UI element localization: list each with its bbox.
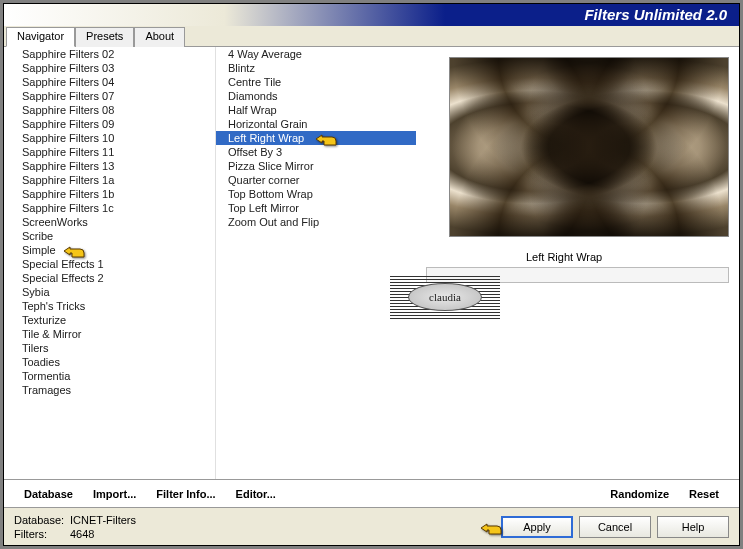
filter-name-label: Left Right Wrap	[526, 251, 729, 263]
category-item[interactable]: Sapphire Filters 02	[4, 47, 215, 61]
footer-buttons: Apply Cancel Help	[501, 516, 729, 538]
category-item[interactable]: Sapphire Filters 10	[4, 131, 215, 145]
category-item[interactable]: Sapphire Filters 13	[4, 159, 215, 173]
preview-image	[449, 57, 729, 237]
tab-strip: Navigator Presets About	[4, 26, 739, 46]
filter-item[interactable]: Offset By 3	[216, 145, 416, 159]
toolbar: Database Import... Filter Info... Editor…	[4, 479, 739, 507]
filter-item[interactable]: Centre Tile	[216, 75, 416, 89]
db-label: Database:	[14, 513, 70, 527]
category-item[interactable]: Sapphire Filters 07	[4, 89, 215, 103]
filter-info-button[interactable]: Filter Info...	[146, 488, 225, 500]
category-item[interactable]: Tormentia	[4, 369, 215, 383]
category-item[interactable]: Tile & Mirror	[4, 327, 215, 341]
editor-button[interactable]: Editor...	[226, 488, 286, 500]
import-button[interactable]: Import...	[83, 488, 146, 500]
category-item[interactable]: Sapphire Filters 1b	[4, 187, 215, 201]
category-item[interactable]: Teph's Tricks	[4, 299, 215, 313]
reset-button[interactable]: Reset	[679, 488, 729, 500]
category-item[interactable]: Sybia	[4, 285, 215, 299]
app-window: Filters Unlimited 2.0 Navigator Presets …	[3, 3, 740, 546]
category-item[interactable]: Sapphire Filters 1c	[4, 201, 215, 215]
footer: Database:ICNET-Filters Filters:4648 Appl…	[4, 507, 739, 545]
tab-navigator[interactable]: Navigator	[6, 27, 75, 47]
category-item[interactable]: Tramages	[4, 383, 215, 397]
category-item[interactable]: Sapphire Filters 04	[4, 75, 215, 89]
tab-presets[interactable]: Presets	[75, 27, 134, 47]
category-list[interactable]: Sapphire Filters 02Sapphire Filters 03Sa…	[4, 47, 216, 479]
category-item[interactable]: Simple	[4, 243, 215, 257]
apply-button[interactable]: Apply	[501, 516, 573, 538]
preview-area: Left Right Wrap	[416, 47, 739, 479]
category-item[interactable]: Sapphire Filters 1a	[4, 173, 215, 187]
category-item[interactable]: Sapphire Filters 11	[4, 145, 215, 159]
titlebar: Filters Unlimited 2.0	[4, 4, 739, 26]
filter-item[interactable]: Horizontal Grain	[216, 117, 416, 131]
database-button[interactable]: Database	[14, 488, 83, 500]
footer-info: Database:ICNET-Filters Filters:4648	[14, 513, 136, 541]
filter-item[interactable]: Quarter corner	[216, 173, 416, 187]
category-item[interactable]: Scribe	[4, 229, 215, 243]
db-value: ICNET-Filters	[70, 513, 136, 527]
help-button[interactable]: Help	[657, 516, 729, 538]
filter-item[interactable]: Top Bottom Wrap	[216, 187, 416, 201]
category-item[interactable]: Sapphire Filters 08	[4, 103, 215, 117]
filter-item[interactable]: Left Right Wrap	[216, 131, 416, 145]
progress-bar	[426, 267, 729, 283]
pointer-icon	[479, 518, 503, 538]
filter-item[interactable]: Half Wrap	[216, 103, 416, 117]
filter-item[interactable]: Zoom Out and Flip	[216, 215, 416, 229]
category-item[interactable]: Texturize	[4, 313, 215, 327]
category-item[interactable]: Tilers	[4, 341, 215, 355]
filter-list[interactable]: 4 Way AverageBlintzCentre TileDiamondsHa…	[216, 47, 416, 479]
cancel-button[interactable]: Cancel	[579, 516, 651, 538]
randomize-button[interactable]: Randomize	[600, 488, 679, 500]
category-item[interactable]: Special Effects 1	[4, 257, 215, 271]
category-item[interactable]: Sapphire Filters 03	[4, 61, 215, 75]
app-title: Filters Unlimited 2.0	[584, 6, 727, 23]
category-item[interactable]: Toadies	[4, 355, 215, 369]
filter-item[interactable]: Top Left Mirror	[216, 201, 416, 215]
filter-item[interactable]: Pizza Slice Mirror	[216, 159, 416, 173]
filters-count-value: 4648	[70, 527, 94, 541]
filters-count-label: Filters:	[14, 527, 70, 541]
category-item[interactable]: ScreenWorks	[4, 215, 215, 229]
filter-item[interactable]: Blintz	[216, 61, 416, 75]
filter-item[interactable]: Diamonds	[216, 89, 416, 103]
filter-item[interactable]: 4 Way Average	[216, 47, 416, 61]
main-panel: Sapphire Filters 02Sapphire Filters 03Sa…	[4, 46, 739, 479]
category-item[interactable]: Special Effects 2	[4, 271, 215, 285]
category-item[interactable]: Sapphire Filters 09	[4, 117, 215, 131]
tab-about[interactable]: About	[134, 27, 185, 47]
